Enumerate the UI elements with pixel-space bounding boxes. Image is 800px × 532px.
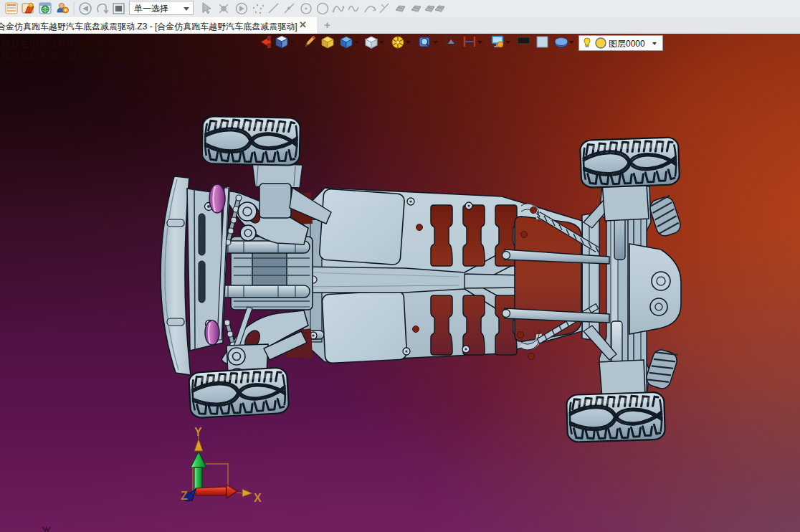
svg-text:Z: Z <box>181 490 188 502</box>
svg-text:X: X <box>254 492 262 504</box>
svg-text:Y: Y <box>194 426 202 438</box>
